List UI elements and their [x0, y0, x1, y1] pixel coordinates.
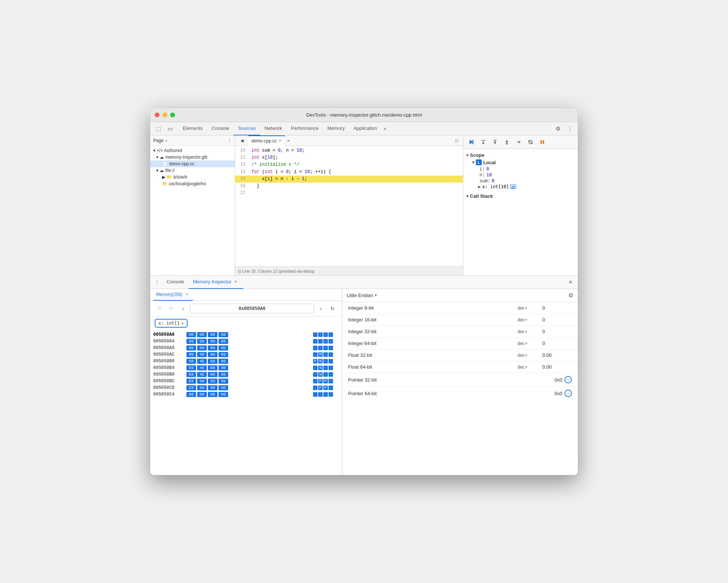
tab-console[interactable]: Console — [207, 122, 234, 135]
tab-sources[interactable]: Sources — [234, 122, 260, 135]
tree-item-demo-cpp[interactable]: 📄 demo-cpp.cc — [150, 161, 235, 167]
hex-byte[interactable]: 00 — [208, 345, 217, 351]
tab-application[interactable]: Application — [349, 122, 382, 135]
file-tree-options[interactable]: ⋮ — [227, 138, 232, 143]
hex-byte[interactable]: 00 — [208, 372, 217, 377]
memory-256-close[interactable]: ✕ — [184, 292, 190, 297]
hex-byte[interactable]: 00 — [219, 385, 228, 390]
step-button[interactable] — [514, 137, 524, 147]
tab-console-bottom[interactable]: Console — [162, 276, 189, 289]
more-tabs-icon[interactable]: » — [381, 122, 388, 135]
call-stack-header[interactable]: ▾ Call Stack — [463, 193, 578, 200]
hex-byte[interactable]: 50 — [208, 385, 217, 390]
int64-format-selector[interactable]: dec ▾ — [518, 341, 538, 346]
hex-byte[interactable]: 00 — [219, 359, 228, 364]
hex-byte[interactable]: 00 — [197, 332, 207, 337]
bottom-panel-close[interactable]: ✕ — [566, 278, 575, 287]
hex-byte[interactable]: 80 — [186, 352, 196, 357]
hex-byte[interactable]: 4E — [197, 365, 207, 370]
hex-byte[interactable]: 4E — [197, 359, 207, 364]
hex-byte[interactable]: 00 — [197, 345, 207, 351]
hex-byte[interactable]: E0 — [186, 372, 196, 377]
settings-icon[interactable]: ⚙ — [553, 124, 563, 134]
bottom-more-icon[interactable]: ⋮ — [153, 277, 161, 287]
hex-byte[interactable]: 00 — [219, 365, 228, 370]
memory-icon[interactable] — [510, 184, 516, 189]
hex-byte[interactable]: 00 — [186, 332, 196, 337]
maximize-button[interactable] — [170, 113, 175, 117]
minimize-button[interactable] — [162, 113, 167, 117]
file-tree-more[interactable]: » — [164, 138, 169, 143]
tab-performance[interactable]: Performance — [286, 122, 323, 135]
tree-item-bsw[interactable]: ▶ 📁 b/s/w/ir — [150, 174, 235, 180]
hex-byte[interactable]: 00 — [186, 345, 196, 351]
int16-format-selector[interactable]: dec ▾ — [518, 317, 538, 322]
int32-format-selector[interactable]: dec ▾ — [518, 329, 538, 334]
hex-byte[interactable]: 00 — [208, 339, 217, 344]
hex-byte[interactable]: 00 — [219, 352, 228, 357]
hex-byte[interactable]: 00 — [186, 392, 196, 397]
close-button[interactable] — [155, 113, 159, 117]
hex-byte[interactable]: C8 — [186, 385, 196, 390]
float32-format-selector[interactable]: dec ▾ — [518, 353, 538, 358]
memory-back-button[interactable]: ⟲ — [155, 304, 164, 313]
tree-item-usr[interactable]: 📁 usr/local/google/ho — [150, 180, 235, 187]
ptr64-navigate-icon[interactable]: → — [564, 390, 572, 397]
tree-item-authored[interactable]: ▾ </> Authored — [150, 147, 235, 154]
hex-byte[interactable]: 00 — [219, 392, 228, 397]
more-options-icon[interactable]: ⋮ — [564, 124, 575, 134]
step-into-button[interactable] — [490, 137, 500, 147]
element-picker-icon[interactable]: ⬚ — [153, 124, 164, 134]
resume-button[interactable] — [466, 137, 477, 147]
hex-byte[interactable]: 4D — [197, 352, 207, 357]
pause-on-exceptions-button[interactable] — [537, 137, 547, 147]
memory-tag-close[interactable]: ✕ — [181, 321, 184, 326]
source-nav-icon[interactable]: ◀ — [237, 135, 247, 146]
source-run-button[interactable]: ▷ — [453, 138, 461, 143]
tab-network[interactable]: Network — [260, 122, 287, 135]
scope-header[interactable]: ▾ Scope — [463, 152, 578, 159]
inspector-settings-icon[interactable]: ⚙ — [568, 292, 573, 299]
memory-inspector-close[interactable]: ✕ — [233, 279, 239, 285]
source-tab-close-icon[interactable]: ✕ — [278, 138, 282, 143]
memory-next-button[interactable]: › — [316, 304, 326, 313]
endian-selector[interactable]: Little Endian ▾ — [347, 293, 377, 298]
scope-local-header[interactable]: ▾ L Local — [469, 159, 578, 166]
hex-byte[interactable]: 00 — [208, 392, 217, 397]
hex-byte[interactable]: 4E — [197, 372, 207, 377]
hex-grid[interactable]: 005050A0 00 00 00 00 · · · · — [150, 330, 342, 475]
source-tab-demo-cpp[interactable]: demo-cpp.cc ✕ — [248, 135, 285, 146]
int8-format-selector[interactable]: dec ▾ — [518, 306, 538, 311]
deactivate-button[interactable] — [525, 137, 536, 147]
hex-byte[interactable]: 50 — [197, 385, 207, 390]
hex-byte[interactable]: 00 — [219, 379, 228, 384]
hex-byte[interactable]: 00 — [219, 372, 228, 377]
tree-item-file[interactable]: ▾ ☁ file:// — [150, 167, 235, 174]
memory-sub-tab-256[interactable]: Memory(256) ✕ — [153, 289, 193, 301]
hex-byte[interactable]: 50 — [197, 379, 207, 384]
hex-byte[interactable]: 00 — [208, 359, 217, 364]
hex-byte[interactable]: E0 — [186, 379, 196, 384]
tab-memory-inspector[interactable]: Memory Inspector ✕ — [189, 276, 243, 289]
tab-elements[interactable]: Elements — [178, 122, 207, 135]
tab-memory[interactable]: Memory — [323, 122, 349, 135]
device-toolbar-icon[interactable]: ▭ — [165, 124, 175, 134]
hex-byte[interactable]: E0 — [186, 365, 196, 370]
hex-byte[interactable]: 00 — [197, 339, 207, 344]
hex-byte[interactable]: 50 — [186, 359, 196, 364]
hex-byte[interactable]: 00 — [219, 339, 228, 344]
ptr32-navigate-icon[interactable]: → — [564, 376, 572, 383]
step-out-button[interactable] — [502, 137, 512, 147]
memory-forward-button[interactable]: ⟳ — [166, 304, 176, 313]
hex-byte[interactable]: 50 — [208, 379, 217, 384]
hex-byte[interactable]: 00 — [208, 352, 217, 357]
tree-item-memory-inspector[interactable]: ▾ ☁ memory-inspector.glit — [150, 154, 235, 161]
hex-byte[interactable]: 00 — [219, 345, 228, 351]
hex-byte[interactable]: 00 — [208, 365, 217, 370]
source-tabs-more[interactable]: » — [285, 138, 292, 143]
step-over-button[interactable] — [478, 137, 488, 147]
hex-byte[interactable]: 00 — [186, 339, 196, 344]
hex-byte[interactable]: 00 — [197, 392, 207, 397]
float64-format-selector[interactable]: dec ▾ — [518, 365, 538, 370]
hex-byte[interactable]: 00 — [208, 332, 217, 337]
